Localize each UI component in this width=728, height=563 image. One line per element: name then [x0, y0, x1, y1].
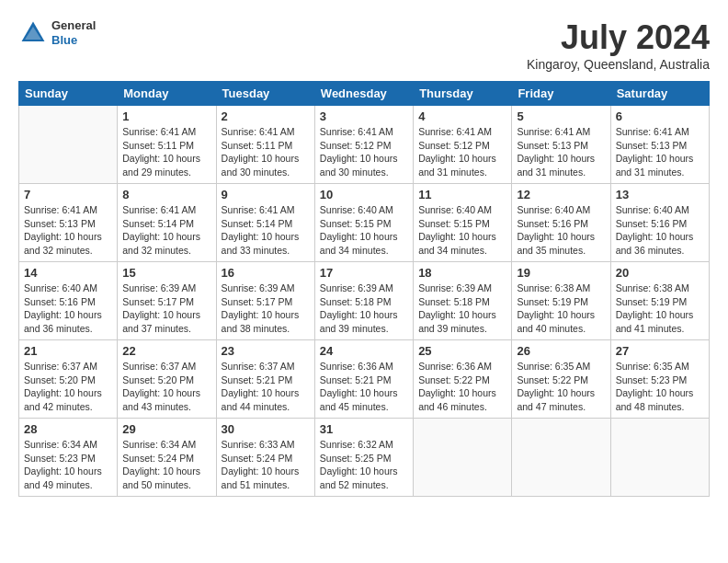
- calendar-cell: 30Sunrise: 6:33 AM Sunset: 5:24 PM Dayli…: [216, 419, 314, 497]
- calendar-weekday-saturday: Saturday: [610, 82, 709, 106]
- day-info: Sunrise: 6:39 AM Sunset: 5:18 PM Dayligh…: [418, 282, 506, 336]
- calendar-cell: 7Sunrise: 6:41 AM Sunset: 5:13 PM Daylig…: [19, 184, 118, 262]
- day-number: 28: [24, 422, 112, 436]
- logo-icon: [18, 18, 48, 48]
- day-info: Sunrise: 6:35 AM Sunset: 5:22 PM Dayligh…: [517, 360, 605, 414]
- day-number: 22: [122, 344, 210, 358]
- calendar-cell: 9Sunrise: 6:41 AM Sunset: 5:14 PM Daylig…: [216, 184, 314, 262]
- calendar-cell: 18Sunrise: 6:39 AM Sunset: 5:18 PM Dayli…: [414, 262, 512, 340]
- logo-blue: Blue: [51, 33, 96, 48]
- day-number: 26: [517, 344, 605, 358]
- day-number: 21: [24, 344, 112, 358]
- calendar-cell: 19Sunrise: 6:38 AM Sunset: 5:19 PM Dayli…: [512, 262, 610, 340]
- day-number: 10: [320, 188, 408, 201]
- day-number: 12: [517, 188, 605, 201]
- calendar-cell: [414, 419, 512, 497]
- day-number: 11: [418, 188, 506, 201]
- calendar-cell: 27Sunrise: 6:35 AM Sunset: 5:23 PM Dayli…: [610, 340, 709, 419]
- day-info: Sunrise: 6:36 AM Sunset: 5:22 PM Dayligh…: [418, 360, 506, 414]
- calendar-week-row: 28Sunrise: 6:34 AM Sunset: 5:23 PM Dayli…: [19, 419, 710, 497]
- day-number: 5: [517, 109, 605, 123]
- logo: General Blue: [18, 18, 96, 48]
- day-info: Sunrise: 6:38 AM Sunset: 5:19 PM Dayligh…: [616, 282, 704, 336]
- calendar-cell: 16Sunrise: 6:39 AM Sunset: 5:17 PM Dayli…: [216, 262, 314, 340]
- calendar-cell: 8Sunrise: 6:41 AM Sunset: 5:14 PM Daylig…: [118, 184, 216, 262]
- calendar-cell: 15Sunrise: 6:39 AM Sunset: 5:17 PM Dayli…: [118, 262, 216, 340]
- day-number: 2: [222, 109, 310, 123]
- day-info: Sunrise: 6:40 AM Sunset: 5:15 PM Dayligh…: [320, 203, 408, 258]
- calendar-cell: 22Sunrise: 6:37 AM Sunset: 5:20 PM Dayli…: [118, 340, 216, 419]
- title-area: July 2024 Kingaroy, Queensland, Australi…: [527, 18, 710, 72]
- day-number: 4: [418, 109, 506, 123]
- day-number: 20: [616, 266, 704, 280]
- calendar-cell: 31Sunrise: 6:32 AM Sunset: 5:25 PM Dayli…: [314, 419, 413, 497]
- calendar-weekday-tuesday: Tuesday: [216, 82, 314, 106]
- page-header: General Blue July 2024 Kingaroy, Queensl…: [18, 18, 710, 72]
- calendar-cell: 3Sunrise: 6:41 AM Sunset: 5:12 PM Daylig…: [314, 106, 413, 184]
- calendar-cell: 24Sunrise: 6:36 AM Sunset: 5:21 PM Dayli…: [314, 340, 413, 419]
- day-number: 14: [24, 266, 112, 280]
- calendar-cell: 25Sunrise: 6:36 AM Sunset: 5:22 PM Dayli…: [414, 340, 512, 419]
- day-number: 18: [418, 266, 506, 280]
- calendar-cell: 28Sunrise: 6:34 AM Sunset: 5:23 PM Dayli…: [19, 419, 118, 497]
- calendar-cell: [610, 419, 709, 497]
- calendar-cell: 1Sunrise: 6:41 AM Sunset: 5:11 PM Daylig…: [118, 106, 216, 184]
- day-number: 3: [320, 109, 408, 123]
- calendar-header-row: SundayMondayTuesdayWednesdayThursdayFrid…: [19, 82, 710, 106]
- day-info: Sunrise: 6:36 AM Sunset: 5:21 PM Dayligh…: [320, 360, 408, 414]
- day-number: 16: [222, 266, 310, 280]
- calendar-cell: 6Sunrise: 6:41 AM Sunset: 5:13 PM Daylig…: [610, 106, 709, 184]
- day-info: Sunrise: 6:41 AM Sunset: 5:11 PM Dayligh…: [122, 125, 210, 179]
- day-number: 25: [418, 344, 506, 358]
- day-number: 29: [122, 422, 210, 436]
- calendar-cell: 11Sunrise: 6:40 AM Sunset: 5:15 PM Dayli…: [414, 184, 512, 262]
- logo-general: General: [51, 18, 96, 33]
- calendar-cell: 21Sunrise: 6:37 AM Sunset: 5:20 PM Dayli…: [19, 340, 118, 419]
- day-number: 7: [24, 188, 112, 201]
- calendar-cell: 14Sunrise: 6:40 AM Sunset: 5:16 PM Dayli…: [19, 262, 118, 340]
- day-info: Sunrise: 6:37 AM Sunset: 5:21 PM Dayligh…: [222, 360, 310, 414]
- day-number: 15: [122, 266, 210, 280]
- calendar-cell: 12Sunrise: 6:40 AM Sunset: 5:16 PM Dayli…: [512, 184, 610, 262]
- day-info: Sunrise: 6:41 AM Sunset: 5:11 PM Dayligh…: [222, 125, 310, 179]
- calendar-week-row: 7Sunrise: 6:41 AM Sunset: 5:13 PM Daylig…: [19, 184, 710, 262]
- calendar-week-row: 21Sunrise: 6:37 AM Sunset: 5:20 PM Dayli…: [19, 340, 710, 419]
- calendar-cell: 5Sunrise: 6:41 AM Sunset: 5:13 PM Daylig…: [512, 106, 610, 184]
- day-info: Sunrise: 6:33 AM Sunset: 5:24 PM Dayligh…: [222, 438, 310, 492]
- day-info: Sunrise: 6:41 AM Sunset: 5:14 PM Dayligh…: [122, 203, 210, 258]
- day-number: 17: [320, 266, 408, 280]
- day-number: 31: [320, 422, 408, 436]
- day-info: Sunrise: 6:41 AM Sunset: 5:12 PM Dayligh…: [320, 125, 408, 179]
- day-number: 27: [616, 344, 704, 358]
- calendar-week-row: 1Sunrise: 6:41 AM Sunset: 5:11 PM Daylig…: [19, 106, 710, 184]
- day-number: 13: [616, 188, 704, 201]
- day-info: Sunrise: 6:41 AM Sunset: 5:14 PM Dayligh…: [222, 203, 310, 258]
- calendar-cell: [512, 419, 610, 497]
- calendar-weekday-sunday: Sunday: [19, 82, 118, 106]
- day-info: Sunrise: 6:35 AM Sunset: 5:23 PM Dayligh…: [616, 360, 704, 414]
- location: Kingaroy, Queensland, Australia: [527, 57, 710, 72]
- day-info: Sunrise: 6:34 AM Sunset: 5:23 PM Dayligh…: [24, 438, 112, 492]
- calendar-weekday-friday: Friday: [512, 82, 610, 106]
- calendar-cell: 26Sunrise: 6:35 AM Sunset: 5:22 PM Dayli…: [512, 340, 610, 419]
- calendar-table: SundayMondayTuesdayWednesdayThursdayFrid…: [18, 81, 710, 497]
- calendar-week-row: 14Sunrise: 6:40 AM Sunset: 5:16 PM Dayli…: [19, 262, 710, 340]
- day-info: Sunrise: 6:37 AM Sunset: 5:20 PM Dayligh…: [24, 360, 112, 414]
- calendar-cell: 13Sunrise: 6:40 AM Sunset: 5:16 PM Dayli…: [610, 184, 709, 262]
- day-info: Sunrise: 6:41 AM Sunset: 5:13 PM Dayligh…: [24, 203, 112, 258]
- calendar-cell: 4Sunrise: 6:41 AM Sunset: 5:12 PM Daylig…: [414, 106, 512, 184]
- calendar-weekday-monday: Monday: [118, 82, 216, 106]
- calendar-weekday-thursday: Thursday: [414, 82, 512, 106]
- calendar-cell: 20Sunrise: 6:38 AM Sunset: 5:19 PM Dayli…: [610, 262, 709, 340]
- day-info: Sunrise: 6:41 AM Sunset: 5:13 PM Dayligh…: [616, 125, 704, 179]
- day-info: Sunrise: 6:38 AM Sunset: 5:19 PM Dayligh…: [517, 282, 605, 336]
- calendar-cell: 2Sunrise: 6:41 AM Sunset: 5:11 PM Daylig…: [216, 106, 314, 184]
- day-info: Sunrise: 6:39 AM Sunset: 5:17 PM Dayligh…: [122, 282, 210, 336]
- calendar-weekday-wednesday: Wednesday: [314, 82, 413, 106]
- day-number: 23: [222, 344, 310, 358]
- day-number: 24: [320, 344, 408, 358]
- day-info: Sunrise: 6:39 AM Sunset: 5:17 PM Dayligh…: [222, 282, 310, 336]
- month-title: July 2024: [527, 18, 710, 57]
- day-info: Sunrise: 6:40 AM Sunset: 5:16 PM Dayligh…: [616, 203, 704, 258]
- day-info: Sunrise: 6:37 AM Sunset: 5:20 PM Dayligh…: [122, 360, 210, 414]
